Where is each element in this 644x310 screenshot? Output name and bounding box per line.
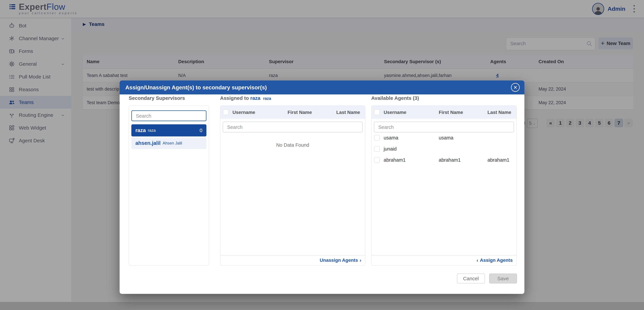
assigned-user-sub: raza [263,96,271,101]
close-icon[interactable]: ✕ [511,83,520,92]
supervisor-search [131,110,206,121]
available-panel-footer: ‹ Assign Agents [372,255,516,265]
chevron-right-icon: › [360,256,361,265]
screen: ExpertFlow your callcenter experts Admin [0,0,644,310]
available-agents-panel: Username First Name Last Name usama usam… [371,106,517,266]
assign-agents-modal: Assign/Unassign Agent(s) to secondary su… [120,80,524,294]
modal-header: Assign/Unassign Agent(s) to secondary su… [120,80,524,94]
agent-checkbox[interactable] [374,157,380,163]
secondary-supervisors-panel: raza raza 0 ahsen.jalil Ahsen Jalil [129,106,209,266]
supervisor-item-raza[interactable]: raza raza 0 [131,124,206,136]
assigned-user: raza [250,95,260,101]
secondary-supervisors-heading: Secondary Supervisors [129,95,185,101]
assigned-agents-panel: Username First Name Last Name No Data Fo… [220,106,365,266]
supervisor-search-input[interactable] [136,111,203,121]
agent-checkbox[interactable] [374,135,380,141]
assign-agents-button[interactable]: ‹ Assign Agents [476,256,513,265]
agent-row-usama: usama usama [372,132,516,143]
agent-row-abraham1: abraham1 abraham1 abraham1 [372,154,516,165]
available-agents-heading: Available Agents (3) [371,95,419,101]
agent-row-junaid: junaid [372,144,516,154]
assigned-panel-footer: Unassign Agents › [220,255,365,265]
select-all-checkbox[interactable] [374,110,380,115]
cancel-button[interactable]: Cancel [457,274,485,284]
no-data-message: No Data Found [220,142,365,148]
available-table-header: Username First Name Last Name [372,106,516,119]
assigned-to-heading: Assigned to raza raza [220,95,271,101]
unassign-agents-button[interactable]: Unassign Agents › [320,256,361,265]
chevron-left-icon: ‹ [476,256,478,265]
modal-title: Assign/Unassign Agent(s) to secondary su… [125,80,267,94]
agent-checkbox[interactable] [374,146,380,152]
available-search [374,122,514,132]
select-all-checkbox[interactable] [223,110,228,115]
assigned-table-header: Username First Name Last Name [220,106,365,119]
assigned-search-input[interactable] [227,122,359,132]
supervisor-item-ahsen-jalil[interactable]: ahsen.jalil Ahsen Jalil [131,137,206,149]
assigned-count-badge: 0 [200,128,202,133]
assigned-search [223,122,363,132]
available-search-input[interactable] [378,122,511,132]
save-button[interactable]: Save [489,274,517,284]
